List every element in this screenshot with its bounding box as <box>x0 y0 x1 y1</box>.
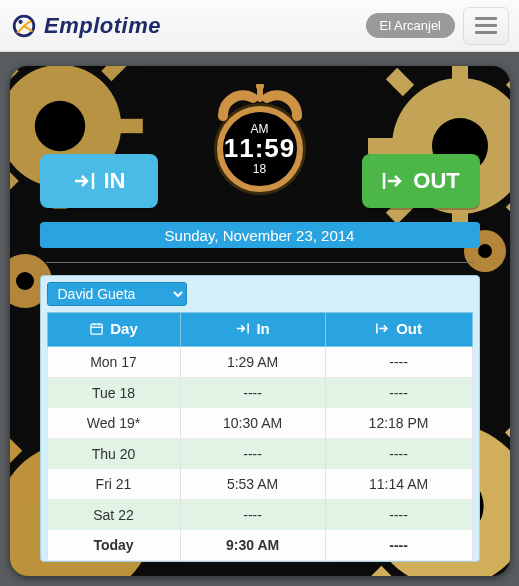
cell-in: 1:29 AM <box>180 347 325 378</box>
cell-day: Today <box>47 530 180 561</box>
brand-name: Emplotime <box>44 13 161 39</box>
cell-in: ---- <box>180 500 325 531</box>
clock-seconds: 18 <box>253 163 266 175</box>
cell-in: 9:30 AM <box>180 530 325 561</box>
hamburger-bar-icon <box>475 17 497 20</box>
cell-in: 10:30 AM <box>180 408 325 439</box>
cell-day: Wed 19* <box>47 408 180 439</box>
current-date-bar: Sunday, November 23, 2014 <box>40 222 480 248</box>
cell-out: ---- <box>325 530 472 561</box>
user-menu[interactable]: El Arcanjel <box>366 13 455 38</box>
calendar-icon <box>89 321 104 336</box>
clock-in-button[interactable]: IN <box>40 154 158 208</box>
brand-mark-icon <box>10 12 38 40</box>
cell-day: Mon 17 <box>47 347 180 378</box>
clock-out-button[interactable]: OUT <box>362 154 480 208</box>
cell-out: 12:18 PM <box>325 408 472 439</box>
table-row: Wed 19*10:30 AM12:18 PM <box>47 408 472 439</box>
table-row: Fri 215:53 AM11:14 AM <box>47 469 472 500</box>
table-row: Mon 171:29 AM---- <box>47 347 472 378</box>
cell-in: 5:53 AM <box>180 469 325 500</box>
hamburger-bar-icon <box>475 24 497 27</box>
table-row: Thu 20-------- <box>47 439 472 470</box>
brand-logo: Emplotime <box>10 12 161 40</box>
cell-out: ---- <box>325 378 472 409</box>
svg-point-1 <box>18 19 22 23</box>
topbar: Emplotime El Arcanjel <box>0 0 519 52</box>
table-row: Tue 18-------- <box>47 378 472 409</box>
clock-out-label: OUT <box>413 168 459 194</box>
hamburger-bar-icon <box>475 31 497 34</box>
sign-out-icon <box>375 321 390 336</box>
cell-day: Fri 21 <box>47 469 180 500</box>
col-day-header: Day <box>47 313 180 347</box>
col-in-header: In <box>180 313 325 347</box>
hamburger-menu-button[interactable] <box>463 7 509 45</box>
cell-in: ---- <box>180 439 325 470</box>
cell-out: ---- <box>325 347 472 378</box>
clock-time: 11:59 <box>224 135 296 161</box>
sign-out-icon <box>381 169 405 193</box>
col-out-header: Out <box>325 313 472 347</box>
divider <box>46 262 474 263</box>
timecard-table: Day In Out Mon 171:29 AM----Tue 18------… <box>47 312 473 561</box>
sign-in-icon <box>235 321 250 336</box>
alarm-clock: AM 11:59 18 <box>200 74 320 192</box>
cell-day: Tue 18 <box>47 378 180 409</box>
employee-select[interactable]: David Gueta <box>47 282 187 306</box>
svg-rect-48 <box>91 324 102 334</box>
timecard-panel: David Gueta Day In <box>40 275 480 562</box>
sign-in-icon <box>72 169 96 193</box>
cell-day: Sat 22 <box>47 500 180 531</box>
cell-out: ---- <box>325 439 472 470</box>
table-row: Sat 22-------- <box>47 500 472 531</box>
cell-day: Thu 20 <box>47 439 180 470</box>
cell-out: ---- <box>325 500 472 531</box>
alarm-bells-icon <box>205 84 315 124</box>
clock-in-label: IN <box>104 168 126 194</box>
table-row: Today9:30 AM---- <box>47 530 472 561</box>
cell-out: 11:14 AM <box>325 469 472 500</box>
cell-in: ---- <box>180 378 325 409</box>
timeclock-card: AM 11:59 18 IN OUT Sunday, November 23, … <box>10 66 510 576</box>
